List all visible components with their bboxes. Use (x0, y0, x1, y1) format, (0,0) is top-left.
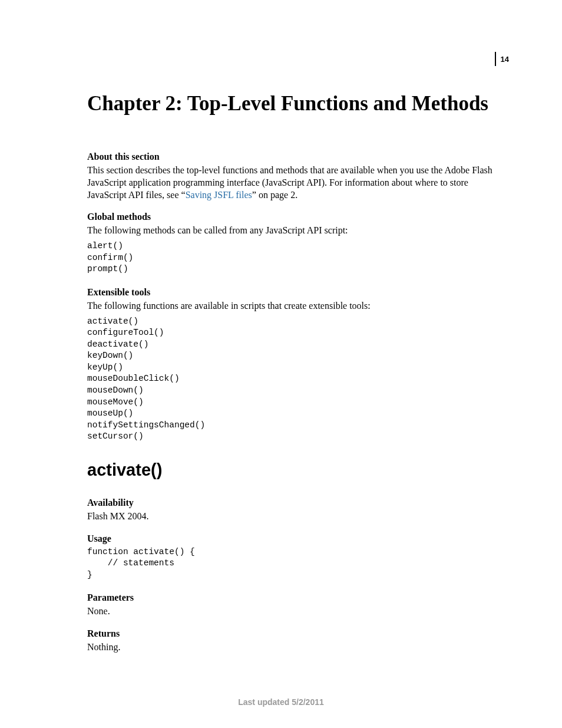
saving-jsfl-files-link[interactable]: Saving JSFL files (186, 190, 252, 200)
returns-body: Nothing. (87, 641, 500, 654)
parameters-section: Parameters None. (87, 592, 500, 618)
usage-section: Usage function activate() { // statement… (87, 533, 500, 581)
usage-heading: Usage (87, 533, 500, 544)
about-heading: About this section (87, 151, 500, 162)
extensible-tools-code: activate() configureTool() deactivate() … (87, 316, 500, 443)
extensible-tools-section: Extensible tools The following functions… (87, 287, 500, 443)
page-number-rule (495, 52, 496, 66)
function-title: activate() (87, 460, 500, 480)
availability-heading: Availability (87, 498, 500, 508)
extensible-tools-body: The following functions are available in… (87, 300, 500, 312)
global-methods-code: alert() confirm() prompt() (87, 241, 500, 275)
page-content: Chapter 2: Top-Level Functions and Metho… (87, 91, 500, 664)
global-methods-heading: Global methods (87, 212, 500, 222)
parameters-heading: Parameters (87, 592, 500, 603)
availability-body: Flash MX 2004. (87, 510, 500, 523)
about-body-after: ” on page 2. (252, 190, 297, 200)
page-number: 14 (501, 55, 509, 64)
returns-heading: Returns (87, 628, 500, 639)
parameters-body: None. (87, 605, 500, 618)
chapter-title: Chapter 2: Top-Level Functions and Metho… (87, 91, 500, 116)
extensible-tools-heading: Extensible tools (87, 287, 500, 298)
page-number-area: 14 (495, 52, 509, 66)
returns-section: Returns Nothing. (87, 628, 500, 654)
footer-last-updated: Last updated 5/2/2011 (0, 697, 562, 707)
availability-section: Availability Flash MX 2004. (87, 498, 500, 523)
usage-code: function activate() { // statements } (87, 546, 500, 581)
about-body: This section describes the top-level fun… (87, 164, 500, 201)
about-section: About this section This section describe… (87, 151, 500, 201)
global-methods-section: Global methods The following methods can… (87, 212, 500, 275)
global-methods-body: The following methods can be called from… (87, 225, 500, 237)
